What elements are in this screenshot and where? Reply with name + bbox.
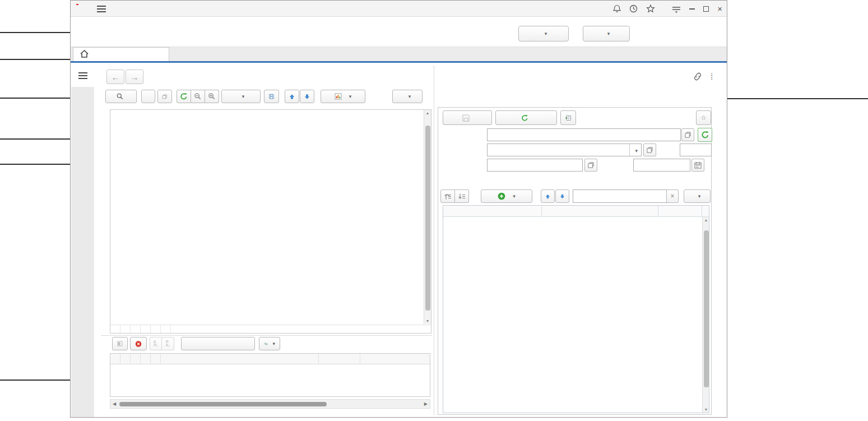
active-tabs-strip: [71, 47, 727, 61]
parameters-scrollbar[interactable]: ▲ ▼: [702, 217, 709, 413]
history-icon[interactable]: [629, 4, 638, 13]
expand-tree-button[interactable]: [205, 90, 219, 103]
annotation-line-menu: [0, 32, 76, 33]
add-parameter-button[interactable]: ▾: [481, 189, 532, 203]
element-kind-field[interactable]: ▾: [487, 144, 642, 156]
panel-settings-icon[interactable]: [672, 5, 681, 13]
project-tree-panel: ▲ ▼: [110, 109, 431, 334]
representation-refresh-button[interactable]: [698, 128, 712, 142]
move-down-button[interactable]: [300, 90, 314, 103]
favorites-star-icon[interactable]: [646, 4, 655, 13]
revision-window: [110, 353, 430, 397]
more-actions-kebab-icon[interactable]: ⁞: [711, 72, 713, 81]
param-move-group: [440, 189, 469, 203]
param-search-clear-button[interactable]: ×: [666, 189, 679, 203]
representation-open-button[interactable]: [681, 128, 694, 141]
help-button[interactable]: [141, 90, 155, 103]
param-move-down-button[interactable]: [455, 189, 469, 203]
representation-field[interactable]: [487, 128, 681, 141]
vertical-splitter[interactable]: [434, 66, 434, 415]
sort-ascending-button[interactable]: АЯ↓: [150, 337, 162, 350]
owner-field[interactable]: [487, 159, 583, 172]
maximize-button[interactable]: [703, 6, 709, 12]
accent-line: [71, 61, 727, 63]
service-menu-button[interactable]: ▾: [583, 26, 630, 41]
calendar-icon[interactable]: [691, 159, 704, 172]
param-more-button[interactable]: ▾: [684, 189, 711, 203]
favorite-star-button[interactable]: [696, 110, 711, 125]
element-kind-open-button[interactable]: [643, 144, 656, 156]
main-menu-hamburger-icon[interactable]: [97, 6, 106, 12]
search-button[interactable]: [105, 90, 137, 103]
restore-button[interactable]: [495, 110, 557, 125]
refresh-button[interactable]: [177, 90, 191, 103]
close-button[interactable]: ×: [717, 4, 722, 13]
save-button[interactable]: [264, 90, 279, 103]
copy-window-button[interactable]: [157, 90, 172, 103]
forward-button[interactable]: →: [126, 70, 143, 84]
tree-vertical-scrollbar[interactable]: ▲ ▼: [424, 110, 431, 324]
sections-hamburger-icon[interactable]: [78, 72, 87, 79]
tab-home-page[interactable]: [73, 47, 169, 62]
param-move-up-button[interactable]: [440, 189, 455, 203]
move-up-button[interactable]: [285, 90, 299, 103]
revision-table-header: [110, 354, 430, 364]
revision-tree-view-button[interactable]: [112, 337, 128, 350]
tree-more-button[interactable]: ▾: [392, 90, 423, 103]
reports-button[interactable]: ▾: [321, 90, 365, 103]
parameters-table: ▲ ▼: [443, 205, 709, 413]
create-menu-button[interactable]: ▾: [518, 26, 569, 41]
home-icon: [80, 50, 89, 59]
revision-sort-group: АЯ↓ ЯА↓: [150, 337, 174, 350]
created-field[interactable]: [633, 159, 690, 172]
parameters-header: [443, 206, 709, 217]
collapse-tree-button[interactable]: [191, 90, 205, 103]
revision-delete-button[interactable]: [130, 337, 147, 350]
param-search-input[interactable]: [573, 189, 667, 203]
notifications-bell-icon[interactable]: [613, 4, 621, 13]
sections-band: [71, 87, 94, 417]
title-bar: ×: [71, 1, 727, 17]
sort-descending-button[interactable]: ЯА↓: [162, 337, 174, 350]
param-up-button[interactable]: [541, 189, 555, 203]
create-button[interactable]: ▾: [221, 90, 261, 103]
revision-horizontal-scrollbar[interactable]: ◀ ▶: [110, 399, 430, 409]
param-down-button[interactable]: [555, 189, 569, 203]
code-field[interactable]: [680, 144, 712, 156]
back-button[interactable]: ←: [106, 70, 124, 84]
apply-change-button[interactable]: [181, 337, 255, 350]
horizontal-splitter[interactable]: [101, 335, 432, 336]
owner-open-button[interactable]: [584, 159, 597, 172]
sections-sidebar: [71, 63, 94, 417]
save-properties-button[interactable]: [443, 110, 492, 125]
table-view-button[interactable]: [560, 110, 576, 125]
tree-status-bar: [110, 325, 431, 334]
minimize-button[interactable]: [689, 8, 695, 10]
tree-view-group: [177, 90, 219, 103]
1c-logo-icon: [76, 3, 78, 5]
link-icon[interactable]: [693, 72, 703, 83]
revision-settings-button[interactable]: ▾: [259, 337, 280, 350]
